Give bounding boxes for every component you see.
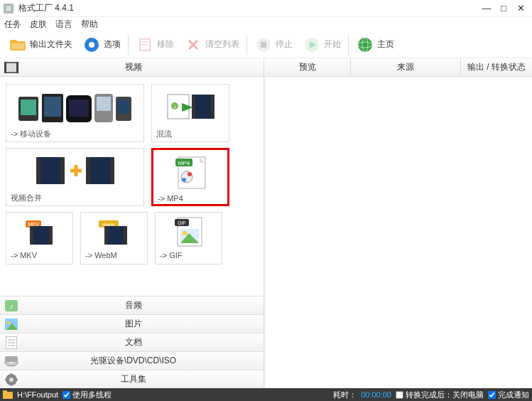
svg-rect-64 xyxy=(124,226,127,245)
document-icon xyxy=(3,336,20,350)
svg-rect-45 xyxy=(110,157,114,184)
left-panel: 视频 -> 移动设备 xyxy=(0,58,264,388)
card-mux[interactable]: ♪ 混流 xyxy=(151,84,229,142)
svg-rect-86 xyxy=(11,383,12,386)
disc-icon xyxy=(3,354,20,368)
stop-label: 停止 xyxy=(276,38,293,50)
svg-rect-32 xyxy=(118,100,129,114)
titlebar: 格式工厂 4.4.1 — □ ✕ xyxy=(0,0,532,17)
mkv-icon: MKV xyxy=(9,215,70,248)
svg-text:GIF: GIF xyxy=(178,220,186,225)
menu-help[interactable]: 帮助 xyxy=(81,18,98,31)
card-mkv[interactable]: MKV -> MKV xyxy=(6,212,73,264)
col-preview[interactable]: 预览 xyxy=(264,58,351,76)
card-merge-label: 视频合并 xyxy=(9,193,141,203)
svg-rect-21 xyxy=(4,62,6,73)
svg-rect-58 xyxy=(30,226,33,245)
tools-section-header[interactable]: 工具集 xyxy=(0,370,264,388)
menu-skin[interactable]: 皮肤 xyxy=(30,18,47,31)
start-button[interactable]: 开始 xyxy=(298,33,345,56)
video-section-label: 视频 xyxy=(20,61,264,73)
svg-rect-22 xyxy=(16,62,18,73)
options-button[interactable]: 选项 xyxy=(78,33,125,56)
maximize-button[interactable]: □ xyxy=(495,3,512,14)
svg-point-84 xyxy=(9,378,13,382)
col-status[interactable]: 输出 / 转换状态 xyxy=(461,58,532,76)
globe-icon xyxy=(356,36,374,54)
audio-section-header[interactable]: ♪ 音频 xyxy=(0,296,264,314)
card-mp4[interactable]: MP4 -> MP4 xyxy=(151,148,229,206)
toolbar: 输出文件夹 选项 移除 清空列表 停止 开始 主页 xyxy=(0,31,532,58)
card-webm-label: -> WebM xyxy=(84,251,144,260)
svg-point-74 xyxy=(8,321,11,324)
right-header: 预览 来源 输出 / 转换状态 xyxy=(264,58,532,77)
disc-section-label: 光驱设备\DVD\CD\ISO xyxy=(20,355,264,367)
document-section-header[interactable]: 文档 xyxy=(0,333,264,351)
stop-button[interactable]: 停止 xyxy=(250,33,297,56)
window-title: 格式工厂 4.4.1 xyxy=(18,2,478,14)
document-section-label: 文档 xyxy=(20,336,264,348)
video-panel: -> 移动设备 ♪ 混流 xyxy=(0,77,264,296)
remove-button[interactable]: 移除 xyxy=(131,33,178,56)
svg-rect-59 xyxy=(49,226,53,245)
output-path[interactable]: H:\FFoutput xyxy=(17,390,58,399)
remove-label: 移除 xyxy=(157,38,174,50)
mux-icon: ♪ xyxy=(155,87,226,126)
notify-checkbox[interactable]: 完成通知 xyxy=(488,390,529,400)
card-gif[interactable]: GIF -> GIF xyxy=(155,212,222,264)
shutdown-checkbox[interactable]: 转换完成后：关闭电脑 xyxy=(396,390,484,400)
minimize-button[interactable]: — xyxy=(478,3,495,14)
mobile-devices-icon xyxy=(9,87,141,126)
elapsed-time: 00:00:00 xyxy=(361,390,391,399)
card-gif-label: -> GIF xyxy=(158,251,219,260)
card-mp4-label: -> MP4 xyxy=(156,194,224,203)
card-webm[interactable]: WebM -> WebM xyxy=(80,212,148,264)
multithread-checkbox[interactable]: 使用多线程 xyxy=(63,390,112,400)
card-mobile-label: -> 移动设备 xyxy=(9,129,141,139)
options-label: 选项 xyxy=(104,38,121,50)
svg-rect-63 xyxy=(104,226,108,245)
image-section-label: 图片 xyxy=(20,318,264,330)
task-list-body xyxy=(264,77,532,388)
svg-rect-87 xyxy=(5,379,8,380)
svg-rect-30 xyxy=(97,97,111,111)
card-merge[interactable]: 视频合并 xyxy=(6,148,144,206)
svg-rect-42 xyxy=(60,157,65,184)
toolbar-separator xyxy=(348,35,349,55)
image-section-header[interactable]: 图片 xyxy=(0,314,264,333)
menu-language[interactable]: 语言 xyxy=(55,18,72,31)
start-icon xyxy=(303,36,321,54)
tools-section-label: 工具集 xyxy=(20,373,264,385)
image-icon xyxy=(3,317,20,331)
elapsed-label: 耗时： xyxy=(333,390,357,400)
svg-rect-85 xyxy=(11,373,12,376)
multithread-label: 使用多线程 xyxy=(72,390,112,400)
remove-icon xyxy=(136,36,154,54)
svg-rect-13 xyxy=(261,42,266,48)
svg-point-54 xyxy=(182,178,186,182)
disc-section-header[interactable]: 光驱设备\DVD\CD\ISO xyxy=(0,351,264,370)
svg-rect-37 xyxy=(192,95,195,119)
start-label: 开始 xyxy=(324,38,341,50)
svg-rect-90 xyxy=(3,390,7,393)
svg-text:♪: ♪ xyxy=(10,302,13,310)
mp4-icon: MP4 xyxy=(156,153,224,191)
clear-button[interactable]: 清空列表 xyxy=(180,33,244,56)
right-panel: 预览 来源 输出 / 转换状态 xyxy=(264,58,532,388)
svg-rect-82 xyxy=(5,356,18,362)
tools-icon xyxy=(3,373,20,387)
menu-tasks[interactable]: 任务 xyxy=(4,18,21,31)
svg-point-6 xyxy=(89,42,94,48)
output-folder-button[interactable]: 输出文件夹 xyxy=(4,33,77,56)
close-button[interactable]: ✕ xyxy=(512,3,529,14)
card-mobile[interactable]: -> 移动设备 xyxy=(6,84,144,142)
toolbar-separator xyxy=(128,35,129,55)
video-section-header[interactable]: 视频 xyxy=(0,58,264,77)
svg-text:MKV: MKV xyxy=(28,222,39,227)
svg-rect-24 xyxy=(21,100,36,115)
home-button[interactable]: 主页 xyxy=(352,33,398,56)
col-source[interactable]: 来源 xyxy=(351,58,461,76)
svg-rect-1 xyxy=(6,6,11,11)
webm-icon: WebM xyxy=(84,215,144,248)
gif-icon: GIF xyxy=(158,215,219,248)
